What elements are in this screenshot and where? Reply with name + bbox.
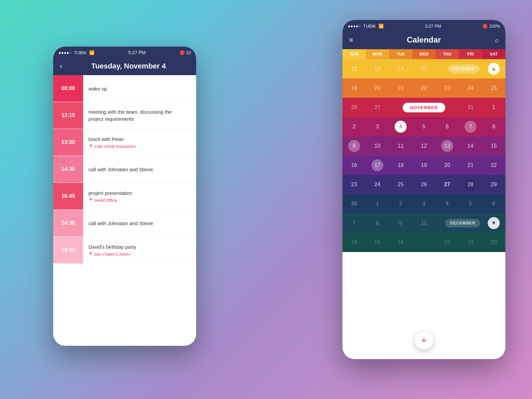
cal-day[interactable]: 15 bbox=[412, 59, 436, 78]
search-button[interactable]: ⌕ bbox=[495, 36, 499, 44]
menu-button[interactable]: ≡ bbox=[349, 36, 353, 44]
event-item[interactable]: 12:15 meeting with the team, discussing … bbox=[53, 102, 196, 129]
schedule-date-title: Tuesday, November 4 bbox=[67, 62, 190, 70]
cal-day-dim[interactable]: 20 bbox=[482, 233, 505, 252]
cal-day[interactable]: 3 bbox=[366, 117, 389, 136]
pin-icon: 📍 bbox=[88, 144, 93, 149]
location-text: bar «Tailor's John» bbox=[94, 252, 131, 257]
cal-day-dim[interactable] bbox=[412, 233, 436, 252]
cal-day[interactable]: 23 bbox=[436, 78, 459, 98]
cal-day[interactable]: 23 bbox=[342, 175, 366, 194]
cal-november-label: NOVEMBER bbox=[389, 98, 459, 117]
cal-day-dim[interactable]: 27 bbox=[366, 98, 389, 117]
cal-day[interactable]: 6 bbox=[436, 117, 459, 136]
cal-day-dim[interactable]: 18 bbox=[436, 233, 459, 252]
calendar-nav-bar: ≡ Calendar ⌕ bbox=[342, 32, 505, 49]
cal-day[interactable]: 15 bbox=[482, 136, 505, 156]
cal-day[interactable]: 20 bbox=[436, 156, 459, 175]
back-button[interactable]: ‹ bbox=[60, 62, 62, 70]
cal-day-dim[interactable]: 9 bbox=[389, 213, 412, 233]
cal-day[interactable]: 30 bbox=[342, 194, 366, 213]
november-week2: 9 10 11 12 13 14 15 bbox=[342, 136, 505, 156]
cal-day[interactable]: 21 bbox=[459, 156, 482, 175]
schedule-phone: ●●●●○ TUBIK 📶 5:27 PM 🔴 10 ‹ Tuesday, No… bbox=[53, 47, 196, 346]
day-headers: SUN MON TUE WED THU FRI SAT bbox=[342, 49, 505, 59]
cal-day[interactable]: 25 bbox=[389, 175, 412, 194]
cal-day-selected[interactable]: 17 bbox=[366, 156, 389, 175]
cal-day-dim[interactable]: 16 bbox=[389, 233, 412, 252]
cal-day[interactable]: 26 bbox=[412, 175, 436, 194]
event-item[interactable]: 13:00 lunch with Peter 📍 cafe «Petit bra… bbox=[53, 129, 196, 156]
cal-day[interactable]: 24 bbox=[459, 78, 482, 98]
cal-day-dim[interactable]: 6 bbox=[482, 194, 505, 213]
cal-day[interactable]: 10 bbox=[366, 136, 389, 156]
cal-day[interactable]: 1 bbox=[482, 98, 505, 117]
event-time: 08:00 bbox=[53, 75, 83, 102]
status-bar-left: ●●●●○ TUBIK 📶 5:27 PM 🔴 10 bbox=[53, 47, 196, 59]
event-item[interactable]: 14:30 call with Johnatan and Stevie bbox=[53, 156, 196, 183]
cal-day[interactable]: 18 bbox=[389, 156, 412, 175]
cal-day[interactable]: 12 bbox=[412, 136, 436, 156]
cal-day[interactable]: 11 bbox=[389, 136, 412, 156]
cal-day[interactable]: 8 bbox=[482, 117, 505, 136]
cal-day-selected[interactable]: 28 bbox=[459, 175, 482, 194]
day-header-wed: WED bbox=[412, 49, 436, 59]
cal-day-dim[interactable]: 14 bbox=[342, 233, 366, 252]
cal-day[interactable]: 20 bbox=[366, 78, 389, 98]
signal-dots-right: ●●●●○ TUBIK 📶 bbox=[348, 24, 384, 29]
battery-right: 🔴 100% bbox=[482, 24, 500, 29]
cal-day-dim[interactable]: 4 bbox=[436, 194, 459, 213]
cal-day[interactable]: 14 bbox=[389, 59, 412, 78]
cal-day[interactable]: 19 bbox=[342, 78, 366, 98]
event-content: David's birthday party 📍 bar «Tailor's J… bbox=[83, 237, 196, 263]
november-week1: 2 3 4 5 6 7 8 bbox=[342, 117, 505, 136]
cal-day-dim[interactable]: 2 bbox=[389, 194, 412, 213]
status-bar-right: ●●●●○ TUBIK 📶 5:27 PM 🔴 100% bbox=[342, 20, 505, 32]
day-header-sat: SAT bbox=[482, 49, 505, 59]
cal-day[interactable]: 22 bbox=[412, 78, 436, 98]
status-time-right: 5:27 PM bbox=[425, 24, 441, 29]
cal-day[interactable]: 19 bbox=[412, 156, 436, 175]
event-title: lunch with Peter bbox=[88, 136, 191, 143]
event-title: wake up bbox=[88, 85, 191, 92]
cal-day[interactable]: 25 bbox=[482, 78, 505, 98]
cal-day-dim[interactable]: 8 bbox=[366, 213, 389, 233]
cal-chevron-down[interactable]: ▼ bbox=[482, 213, 505, 233]
cal-day[interactable]: 16 bbox=[342, 156, 366, 175]
calendar-title: Calendar bbox=[407, 35, 441, 45]
cal-day-dim[interactable]: 1 bbox=[366, 194, 389, 213]
cal-day-dim[interactable]: 10 bbox=[412, 213, 436, 233]
cal-day-dim[interactable]: 5 bbox=[459, 194, 482, 213]
cal-day[interactable]: 24 bbox=[366, 175, 389, 194]
cal-day-dim[interactable]: 15 bbox=[366, 233, 389, 252]
cal-day-dim[interactable]: 3 bbox=[412, 194, 436, 213]
event-item[interactable]: 08:00 wake up bbox=[53, 75, 196, 102]
status-time-left: 5:27 PM bbox=[128, 50, 146, 55]
november-label-row: 26 27 NOVEMBER 31 1 bbox=[342, 98, 505, 117]
day-header-fri: FRI bbox=[459, 49, 482, 59]
cal-day-dim[interactable]: 26 bbox=[342, 98, 366, 117]
cal-day[interactable]: 27 bbox=[436, 175, 459, 194]
event-location: 📍 Head Office bbox=[88, 198, 191, 203]
event-time: 13:00 bbox=[53, 129, 83, 156]
cal-day[interactable]: 5 bbox=[412, 117, 436, 136]
cal-day-dim[interactable]: 7 bbox=[342, 213, 366, 233]
cal-day-selected[interactable]: 7 bbox=[459, 117, 482, 136]
cal-day-dim[interactable]: 19 bbox=[459, 233, 482, 252]
cal-day[interactable]: 22 bbox=[482, 156, 505, 175]
cal-day-today[interactable]: 4 bbox=[389, 117, 412, 136]
cal-day[interactable]: 12 bbox=[342, 59, 366, 78]
cal-day-dim[interactable]: 31 bbox=[459, 98, 482, 117]
add-event-button[interactable]: + bbox=[415, 331, 433, 350]
cal-day[interactable]: 29 bbox=[482, 175, 505, 194]
cal-day[interactable]: 21 bbox=[389, 78, 412, 98]
event-item[interactable]: 14:30 call with Johnatan and Stevie bbox=[53, 210, 196, 237]
cal-day-selected[interactable]: 13 bbox=[436, 136, 459, 156]
cal-chevron-up[interactable]: ▲ bbox=[482, 59, 505, 78]
cal-day[interactable]: 14 bbox=[459, 136, 482, 156]
event-item[interactable]: 19:00 David's birthday party 📍 bar «Tail… bbox=[53, 237, 196, 264]
event-item[interactable]: 16:45 project presentation 📍 Head Office bbox=[53, 183, 196, 210]
cal-day[interactable]: 13 bbox=[366, 59, 389, 78]
cal-day[interactable]: 2 bbox=[342, 117, 366, 136]
cal-day-selected[interactable]: 9 bbox=[342, 136, 366, 156]
